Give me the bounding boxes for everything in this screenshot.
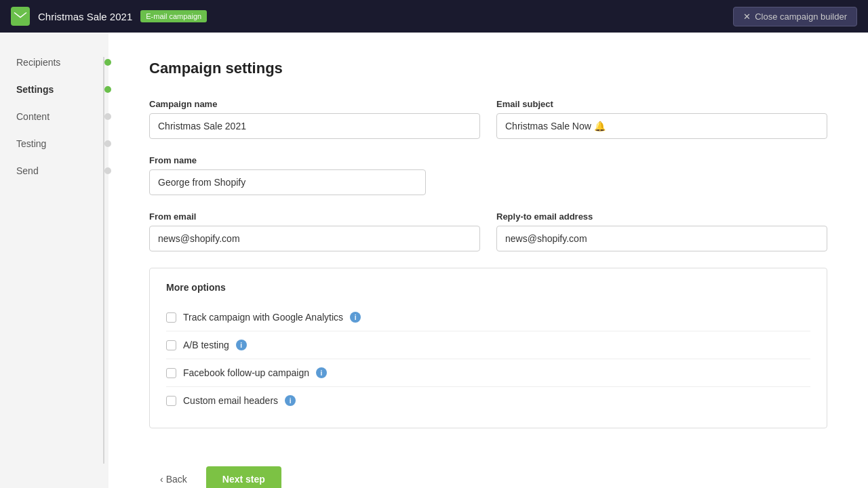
campaign-type-badge: E-mail campaign — [140, 10, 207, 22]
option-google-analytics: Track campaign with Google Analytics i — [166, 304, 810, 331]
facebook-followup-info-icon[interactable]: i — [316, 367, 327, 378]
form-row-2: From name — [149, 155, 827, 195]
content-dot — [104, 113, 111, 120]
recipients-dot — [104, 59, 111, 66]
option-ab-testing: A/B testing i — [166, 331, 810, 359]
from-name-label: From name — [149, 155, 426, 165]
facebook-followup-checkbox[interactable] — [166, 368, 176, 378]
sidebar-item-recipients[interactable]: Recipients — [0, 49, 108, 76]
custom-headers-checkbox[interactable] — [166, 396, 176, 406]
reply-to-label: Reply-to email address — [496, 211, 827, 222]
close-icon: ✕ — [743, 12, 751, 22]
facebook-followup-label: Facebook follow-up campaign — [183, 367, 309, 378]
app-logo — [11, 7, 30, 26]
send-dot — [104, 167, 111, 174]
more-options-title: More options — [166, 282, 810, 293]
campaign-name-input[interactable] — [149, 113, 480, 139]
google-analytics-checkbox[interactable] — [166, 312, 176, 323]
ab-testing-info-icon[interactable]: i — [236, 340, 247, 350]
from-name-group: From name — [149, 155, 426, 195]
app-body: Recipients Settings Content Testing Send… — [0, 33, 868, 488]
form-row-1: Campaign name Email subject — [149, 99, 827, 139]
close-builder-button[interactable]: ✕ Close campaign builder — [733, 7, 857, 26]
ab-testing-checkbox[interactable] — [166, 340, 176, 350]
app-header: Christmas Sale 2021 E-mail campaign ✕ Cl… — [0, 0, 868, 33]
sidebar-item-settings[interactable]: Settings — [0, 76, 108, 103]
page-title: Campaign settings — [149, 60, 827, 77]
campaign-title: Christmas Sale 2021 — [38, 11, 132, 22]
from-email-label: From email — [149, 211, 480, 222]
email-subject-input[interactable] — [496, 113, 827, 139]
from-email-input[interactable] — [149, 226, 480, 251]
sidebar-item-content[interactable]: Content — [0, 103, 108, 130]
from-name-input[interactable] — [149, 169, 426, 195]
campaign-name-label: Campaign name — [149, 99, 480, 109]
main-content: Campaign settings Campaign name Email su… — [108, 33, 868, 488]
back-button[interactable]: ‹ Back — [149, 467, 198, 488]
reply-to-input[interactable] — [496, 226, 827, 251]
header-left: Christmas Sale 2021 E-mail campaign — [11, 7, 207, 26]
email-subject-label: Email subject — [496, 99, 827, 109]
custom-headers-label: Custom email headers — [183, 395, 278, 406]
sidebar-item-send[interactable]: Send — [0, 157, 108, 184]
settings-dot — [104, 86, 111, 93]
reply-to-group: Reply-to email address — [496, 211, 827, 251]
email-subject-group: Email subject — [496, 99, 827, 139]
option-custom-email-headers: Custom email headers i — [166, 387, 810, 414]
svg-rect-0 — [14, 12, 27, 21]
ab-testing-label: A/B testing — [183, 340, 229, 350]
campaign-name-group: Campaign name — [149, 99, 480, 139]
form-row-3: From email Reply-to email address — [149, 211, 827, 251]
back-arrow-icon: ‹ — [160, 474, 163, 485]
google-analytics-info-icon[interactable]: i — [350, 312, 361, 323]
testing-dot — [104, 140, 111, 147]
footer-buttons: ‹ Back Next step — [149, 455, 827, 488]
from-email-group: From email — [149, 211, 480, 251]
more-options-box: More options Track campaign with Google … — [149, 268, 827, 428]
sidebar: Recipients Settings Content Testing Send — [0, 33, 108, 488]
google-analytics-label: Track campaign with Google Analytics — [183, 312, 343, 323]
next-step-button[interactable]: Next step — [206, 466, 281, 488]
custom-headers-info-icon[interactable]: i — [285, 395, 296, 406]
sidebar-item-testing[interactable]: Testing — [0, 130, 108, 157]
option-facebook-followup: Facebook follow-up campaign i — [166, 359, 810, 387]
